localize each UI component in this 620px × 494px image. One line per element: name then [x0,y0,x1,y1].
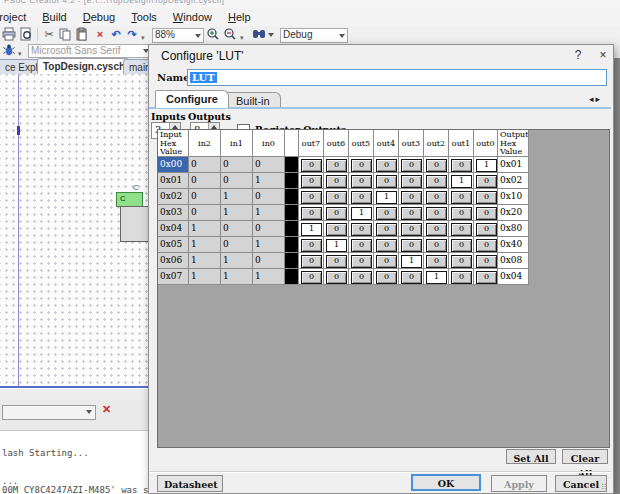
out-toggle-0x06-out5[interactable]: 0 [351,255,372,268]
out-toggle-0x00-out0[interactable]: 1 [476,159,497,172]
out-toggle-0x07-out4[interactable]: 0 [376,271,397,284]
paste-icon[interactable] [75,27,91,43]
lut-component-body[interactable] [120,206,150,242]
out-toggle-0x03-out4[interactable]: 0 [376,207,397,220]
out-toggle-0x00-out6[interactable]: 0 [326,159,347,172]
out-toggle-0x02-out5[interactable]: 0 [351,191,372,204]
out-toggle-0x04-out1[interactable]: 0 [451,223,472,236]
row-hex-0x01[interactable]: 0x01 [158,173,189,189]
toolbar-overflow-icon[interactable]: ▾ [141,34,145,42]
out-toggle-0x04-out7[interactable]: 1 [301,223,322,236]
cancel-button[interactable]: Cancel [555,475,607,492]
out-toggle-0x02-out0[interactable]: 0 [476,191,497,204]
out-toggle-0x06-out7[interactable]: 0 [301,255,322,268]
output-filter-combo[interactable] [2,405,96,420]
menu-item-project[interactable]: Project [0,11,34,23]
out-toggle-0x05-out1[interactable]: 0 [451,239,472,252]
out-toggle-0x06-out6[interactable]: 0 [326,255,347,268]
bug-dropdown-icon[interactable]: ▾ [18,50,22,58]
tab-configure[interactable]: Configure [155,90,229,108]
copy-icon[interactable] [58,27,74,43]
out-toggle-0x04-out4[interactable]: 0 [376,223,397,236]
out-toggle-0x04-out2[interactable]: 0 [426,223,447,236]
close-icon[interactable]: × [595,48,611,64]
out-toggle-0x07-out2[interactable]: 1 [426,271,447,284]
out-toggle-0x01-out3[interactable]: 0 [401,175,422,188]
out-toggle-0x05-out5[interactable]: 0 [351,239,372,252]
out-toggle-0x00-out5[interactable]: 0 [351,159,372,172]
out-toggle-0x06-out3[interactable]: 1 [401,255,422,268]
out-toggle-0x03-out1[interactable]: 0 [451,207,472,220]
out-toggle-0x07-out0[interactable]: 0 [476,271,497,284]
out-toggle-0x06-out1[interactable]: 0 [451,255,472,268]
row-hex-0x03[interactable]: 0x03 [158,205,189,221]
out-toggle-0x07-out3[interactable]: 0 [401,271,422,284]
out-toggle-0x02-out2[interactable]: 0 [426,191,447,204]
out-toggle-0x04-out3[interactable]: 0 [401,223,422,236]
font-combo[interactable]: Microsoft Sans Serif [28,44,152,58]
out-toggle-0x05-out4[interactable]: 0 [376,239,397,252]
out-toggle-0x05-out0[interactable]: 0 [476,239,497,252]
lut-component-header[interactable]: C [116,192,143,207]
out-toggle-0x03-out2[interactable]: 0 [426,207,447,220]
out-toggle-0x03-out6[interactable]: 0 [326,207,347,220]
out-toggle-0x05-out6[interactable]: 1 [326,239,347,252]
out-toggle-0x06-out2[interactable]: 0 [426,255,447,268]
ok-button[interactable]: OK [411,474,481,491]
name-input[interactable]: LUT [187,69,607,86]
clear-output-icon[interactable]: ✕ [102,403,111,416]
out-toggle-0x01-out7[interactable]: 0 [301,175,322,188]
out-toggle-0x02-out4[interactable]: 1 [376,191,397,204]
tab-workspace-explorer[interactable]: ce Explorer [0,59,41,75]
out-toggle-0x03-out3[interactable]: 0 [401,207,422,220]
out-toggle-0x07-out6[interactable]: 0 [326,271,347,284]
out-toggle-0x04-out6[interactable]: 0 [326,223,347,236]
out-toggle-0x04-out0[interactable]: 0 [476,223,497,236]
help-icon[interactable]: ? [567,48,589,64]
out-toggle-0x06-out0[interactable]: 0 [476,255,497,268]
row-hex-0x04[interactable]: 0x04 [158,221,189,237]
menu-item-build[interactable]: Build [34,11,74,23]
out-toggle-0x00-out3[interactable]: 0 [401,159,422,172]
row-hex-0x05[interactable]: 0x05 [158,237,189,253]
out-toggle-0x03-out0[interactable]: 0 [476,207,497,220]
resize-grip-icon[interactable]: ⠿ [601,483,607,492]
out-toggle-0x01-out5[interactable]: 0 [351,175,372,188]
find-dropdown-icon[interactable] [268,33,274,37]
dialog-titlebar[interactable]: Configure 'LUT' ? × [149,45,613,67]
out-toggle-0x01-out2[interactable]: 0 [426,175,447,188]
clear-all-button[interactable]: Clear All [562,449,608,464]
menu-item-tools[interactable]: Tools [123,11,165,23]
tab-topdesign[interactable]: TopDesign.cysch [37,58,129,75]
zoom-overflow-icon[interactable]: ▾ [240,34,244,42]
menu-item-debug[interactable]: Debug [75,11,123,23]
out-toggle-0x01-out6[interactable]: 0 [326,175,347,188]
zoom-combo[interactable]: 88% [152,28,204,43]
out-toggle-0x03-out7[interactable]: 0 [301,207,322,220]
menu-item-help[interactable]: Help [220,11,259,23]
bug-icon[interactable] [2,43,18,59]
out-toggle-0x00-out4[interactable]: 0 [376,159,397,172]
config-combo[interactable]: Debug [280,28,348,43]
out-toggle-0x01-out0[interactable]: 0 [476,175,497,188]
tab-scroll-arrows-icon[interactable]: ◂▸ [589,94,602,104]
redo-icon[interactable]: ↷ [124,27,140,43]
print-icon[interactable] [2,27,18,43]
out-toggle-0x05-out2[interactable]: 0 [426,239,447,252]
find-icon[interactable] [252,27,268,43]
out-toggle-0x02-out1[interactable]: 0 [451,191,472,204]
cut-icon[interactable]: ✂ [41,27,57,43]
apply-button[interactable]: Apply [491,475,547,492]
out-toggle-0x02-out3[interactable]: 0 [401,191,422,204]
datasheet-button[interactable]: Datasheet [157,475,223,492]
menu-item-window[interactable]: Window [165,11,220,23]
out-toggle-0x03-out5[interactable]: 1 [351,207,372,220]
row-hex-0x06[interactable]: 0x06 [158,253,189,269]
out-toggle-0x02-out7[interactable]: 0 [301,191,322,204]
undo-icon[interactable]: ↶ [108,27,124,43]
delete-icon[interactable]: × [92,27,108,43]
print-preview-icon[interactable] [19,27,35,43]
row-hex-0x07[interactable]: 0x07 [158,269,189,285]
out-toggle-0x07-out5[interactable]: 0 [351,271,372,284]
out-toggle-0x00-out7[interactable]: 0 [301,159,322,172]
